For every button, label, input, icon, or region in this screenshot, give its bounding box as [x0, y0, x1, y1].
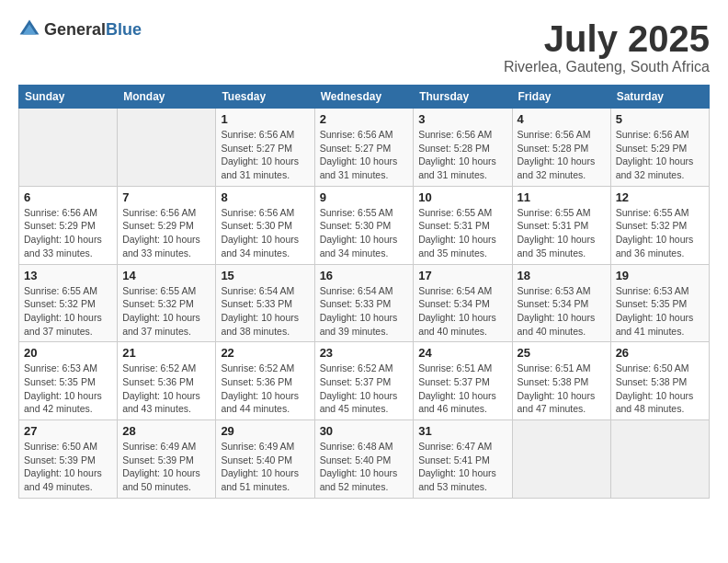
- title-block: July 2025 Riverlea, Gauteng, South Afric…: [504, 18, 710, 75]
- calendar-cell: 26Sunrise: 6:50 AM Sunset: 5:38 PM Dayli…: [610, 342, 709, 420]
- day-number: 11: [518, 190, 606, 204]
- day-info: Sunrise: 6:50 AM Sunset: 5:38 PM Dayligh…: [616, 362, 704, 416]
- day-number: 1: [221, 112, 309, 126]
- calendar-cell: 19Sunrise: 6:53 AM Sunset: 5:35 PM Dayli…: [610, 264, 709, 342]
- calendar-cell: 15Sunrise: 6:54 AM Sunset: 5:33 PM Dayli…: [216, 264, 314, 342]
- calendar-cell: 30Sunrise: 6:48 AM Sunset: 5:40 PM Dayli…: [314, 420, 414, 499]
- day-info: Sunrise: 6:54 AM Sunset: 5:34 PM Dayligh…: [418, 284, 506, 339]
- day-number: 7: [122, 190, 210, 204]
- calendar-cell: 4Sunrise: 6:56 AM Sunset: 5:28 PM Daylig…: [512, 109, 610, 187]
- logo-blue: Blue: [106, 20, 142, 39]
- day-info: Sunrise: 6:55 AM Sunset: 5:31 PM Dayligh…: [518, 206, 606, 260]
- calendar-week-row: 6Sunrise: 6:56 AM Sunset: 5:29 PM Daylig…: [19, 186, 710, 264]
- day-number: 16: [320, 269, 409, 282]
- logo-general: General: [44, 20, 106, 39]
- calendar-cell: 13Sunrise: 6:55 AM Sunset: 5:32 PM Dayli…: [19, 264, 118, 342]
- calendar-cell: 20Sunrise: 6:53 AM Sunset: 5:35 PM Dayli…: [19, 342, 118, 420]
- logo: GeneralBlue: [18, 18, 142, 40]
- weekday-header-sunday: Sunday: [19, 86, 118, 109]
- day-info: Sunrise: 6:52 AM Sunset: 5:37 PM Dayligh…: [320, 362, 409, 416]
- calendar-cell: 25Sunrise: 6:51 AM Sunset: 5:38 PM Dayli…: [512, 342, 610, 420]
- day-number: 5: [616, 112, 704, 126]
- calendar-cell: 8Sunrise: 6:56 AM Sunset: 5:30 PM Daylig…: [216, 186, 314, 264]
- location-title: Riverlea, Gauteng, South Africa: [504, 59, 710, 75]
- day-number: 14: [122, 269, 210, 282]
- calendar-week-row: 20Sunrise: 6:53 AM Sunset: 5:35 PM Dayli…: [19, 342, 710, 420]
- calendar-table: SundayMondayTuesdayWednesdayThursdayFrid…: [18, 85, 710, 499]
- day-info: Sunrise: 6:56 AM Sunset: 5:28 PM Dayligh…: [418, 128, 506, 182]
- day-info: Sunrise: 6:50 AM Sunset: 5:39 PM Dayligh…: [24, 440, 112, 494]
- calendar-cell: 31Sunrise: 6:47 AM Sunset: 5:41 PM Dayli…: [414, 420, 512, 499]
- day-number: 3: [418, 112, 506, 126]
- day-info: Sunrise: 6:53 AM Sunset: 5:34 PM Dayligh…: [518, 284, 606, 339]
- calendar-cell: 1Sunrise: 6:56 AM Sunset: 5:27 PM Daylig…: [216, 109, 314, 187]
- day-number: 29: [221, 424, 309, 438]
- day-number: 15: [221, 269, 309, 282]
- calendar-cell: [512, 420, 610, 499]
- day-info: Sunrise: 6:54 AM Sunset: 5:33 PM Dayligh…: [320, 284, 409, 339]
- calendar-cell: 23Sunrise: 6:52 AM Sunset: 5:37 PM Dayli…: [314, 342, 414, 420]
- day-number: 26: [616, 346, 704, 360]
- day-info: Sunrise: 6:56 AM Sunset: 5:27 PM Dayligh…: [320, 128, 409, 182]
- day-number: 31: [418, 424, 506, 438]
- day-info: Sunrise: 6:48 AM Sunset: 5:40 PM Dayligh…: [320, 440, 409, 494]
- calendar-cell: [610, 420, 709, 499]
- day-info: Sunrise: 6:51 AM Sunset: 5:38 PM Dayligh…: [518, 362, 606, 416]
- month-title: July 2025: [504, 18, 710, 59]
- calendar-cell: 29Sunrise: 6:49 AM Sunset: 5:40 PM Dayli…: [216, 420, 314, 499]
- day-info: Sunrise: 6:56 AM Sunset: 5:29 PM Dayligh…: [122, 206, 210, 260]
- day-number: 27: [24, 424, 112, 438]
- day-info: Sunrise: 6:49 AM Sunset: 5:40 PM Dayligh…: [221, 440, 309, 494]
- calendar-cell: 7Sunrise: 6:56 AM Sunset: 5:29 PM Daylig…: [118, 186, 216, 264]
- calendar-cell: 18Sunrise: 6:53 AM Sunset: 5:34 PM Dayli…: [512, 264, 610, 342]
- calendar-cell: 14Sunrise: 6:55 AM Sunset: 5:32 PM Dayli…: [118, 264, 216, 342]
- day-number: 21: [122, 346, 210, 360]
- day-number: 30: [320, 424, 409, 438]
- calendar-cell: 21Sunrise: 6:52 AM Sunset: 5:36 PM Dayli…: [118, 342, 216, 420]
- calendar-cell: 12Sunrise: 6:55 AM Sunset: 5:32 PM Dayli…: [610, 186, 709, 264]
- day-info: Sunrise: 6:55 AM Sunset: 5:30 PM Dayligh…: [320, 206, 409, 260]
- page-header: GeneralBlue July 2025 Riverlea, Gauteng,…: [18, 18, 710, 75]
- calendar-cell: 6Sunrise: 6:56 AM Sunset: 5:29 PM Daylig…: [19, 186, 118, 264]
- day-number: 24: [418, 346, 506, 360]
- weekday-header-wednesday: Wednesday: [314, 86, 414, 109]
- day-number: 12: [616, 190, 704, 204]
- day-info: Sunrise: 6:55 AM Sunset: 5:32 PM Dayligh…: [122, 284, 210, 339]
- calendar-cell: 27Sunrise: 6:50 AM Sunset: 5:39 PM Dayli…: [19, 420, 118, 499]
- calendar-cell: 11Sunrise: 6:55 AM Sunset: 5:31 PM Dayli…: [512, 186, 610, 264]
- calendar-cell: 3Sunrise: 6:56 AM Sunset: 5:28 PM Daylig…: [414, 109, 512, 187]
- calendar-cell: 2Sunrise: 6:56 AM Sunset: 5:27 PM Daylig…: [314, 109, 414, 187]
- calendar-cell: 28Sunrise: 6:49 AM Sunset: 5:39 PM Dayli…: [118, 420, 216, 499]
- day-number: 25: [518, 346, 606, 360]
- weekday-header-thursday: Thursday: [414, 86, 512, 109]
- day-info: Sunrise: 6:55 AM Sunset: 5:31 PM Dayligh…: [418, 206, 506, 260]
- day-number: 6: [24, 190, 112, 204]
- day-number: 18: [518, 269, 606, 282]
- calendar-cell: 5Sunrise: 6:56 AM Sunset: 5:29 PM Daylig…: [610, 109, 709, 187]
- weekday-header-tuesday: Tuesday: [216, 86, 314, 109]
- day-number: 2: [320, 112, 409, 126]
- calendar-cell: 17Sunrise: 6:54 AM Sunset: 5:34 PM Dayli…: [414, 264, 512, 342]
- day-info: Sunrise: 6:56 AM Sunset: 5:28 PM Dayligh…: [518, 128, 606, 182]
- day-number: 28: [122, 424, 210, 438]
- day-number: 10: [418, 190, 506, 204]
- weekday-header-row: SundayMondayTuesdayWednesdayThursdayFrid…: [19, 86, 710, 109]
- calendar-cell: [118, 109, 216, 187]
- calendar-cell: 22Sunrise: 6:52 AM Sunset: 5:36 PM Dayli…: [216, 342, 314, 420]
- day-info: Sunrise: 6:52 AM Sunset: 5:36 PM Dayligh…: [122, 362, 210, 416]
- day-info: Sunrise: 6:56 AM Sunset: 5:29 PM Dayligh…: [24, 206, 112, 260]
- calendar-cell: [19, 109, 118, 187]
- day-number: 20: [24, 346, 112, 360]
- day-number: 13: [24, 269, 112, 282]
- day-number: 8: [221, 190, 309, 204]
- calendar-cell: 10Sunrise: 6:55 AM Sunset: 5:31 PM Dayli…: [414, 186, 512, 264]
- day-number: 19: [616, 269, 704, 282]
- day-info: Sunrise: 6:54 AM Sunset: 5:33 PM Dayligh…: [221, 284, 309, 339]
- day-number: 23: [320, 346, 409, 360]
- calendar-week-row: 27Sunrise: 6:50 AM Sunset: 5:39 PM Dayli…: [19, 420, 710, 499]
- day-number: 22: [221, 346, 309, 360]
- day-info: Sunrise: 6:55 AM Sunset: 5:32 PM Dayligh…: [24, 284, 112, 339]
- day-info: Sunrise: 6:47 AM Sunset: 5:41 PM Dayligh…: [418, 440, 506, 494]
- day-info: Sunrise: 6:53 AM Sunset: 5:35 PM Dayligh…: [616, 284, 704, 339]
- day-info: Sunrise: 6:53 AM Sunset: 5:35 PM Dayligh…: [24, 362, 112, 416]
